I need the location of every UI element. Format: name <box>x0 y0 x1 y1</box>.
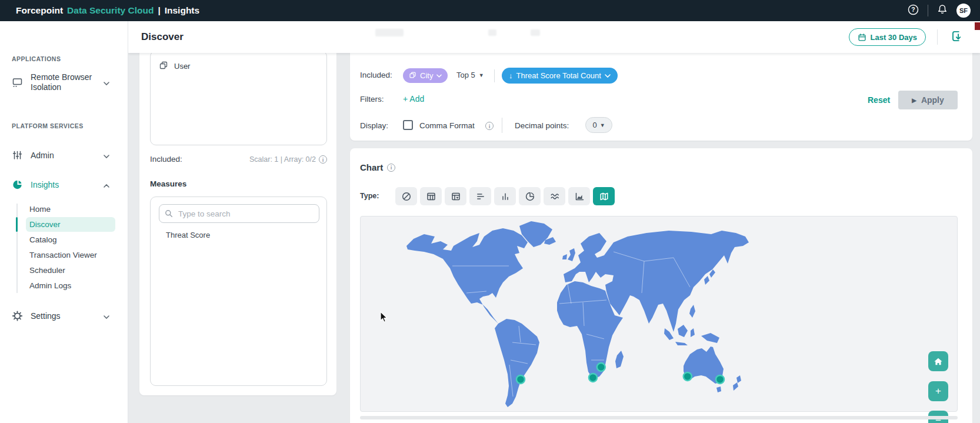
download-icon[interactable] <box>949 29 965 45</box>
subitem-label: Home <box>29 205 51 214</box>
svg-text:?: ? <box>911 6 915 13</box>
copy-squares-icon <box>159 61 168 72</box>
measures-search <box>159 204 319 223</box>
search-icon <box>164 209 174 218</box>
subitem-label: Scheduler <box>29 266 65 275</box>
chart-type-label: Type: <box>360 192 379 200</box>
search-input[interactable] <box>159 204 319 223</box>
comma-format-label: Comma Format <box>419 121 475 130</box>
included-label: Included: <box>150 155 182 164</box>
south-america <box>495 319 539 407</box>
topbar: Forcepoint Data Security Cloud | Insight… <box>0 0 980 21</box>
apply-label: Apply <box>921 95 944 105</box>
sidebar-item-catalog[interactable]: Catalog <box>26 232 115 247</box>
sidebar-item-admin-logs[interactable]: Admin Logs <box>26 278 115 293</box>
info-icon[interactable]: i <box>387 164 395 172</box>
sidebar-item-settings[interactable]: Settings <box>0 305 128 327</box>
sidebar-item-transaction-viewer[interactable]: Transaction Viewer <box>26 248 115 262</box>
world-map-chart[interactable] <box>360 216 958 412</box>
browser-window-icon <box>12 77 23 88</box>
chip-label: Threat Score Total Count <box>516 71 601 80</box>
new-zealand-south <box>733 382 738 391</box>
info-icon[interactable]: i <box>485 122 494 130</box>
map-home-button[interactable] <box>928 351 948 371</box>
chevron-up-icon <box>104 179 109 190</box>
dimension-chip-city[interactable]: City <box>403 68 448 83</box>
measure-item-threat-score[interactable]: Threat Score <box>166 231 210 239</box>
united-kingdom <box>568 248 575 261</box>
sidebar-item-remote-browser-isolation[interactable]: Remote Browser Isolation <box>0 67 128 98</box>
philippines <box>689 305 695 318</box>
chart-type-area-button[interactable] <box>568 187 590 205</box>
brand-separator: | <box>158 5 160 16</box>
chart-type-table-button[interactable] <box>420 187 442 205</box>
add-filter-button[interactable]: + Add <box>403 94 424 104</box>
map-marker[interactable] <box>597 363 605 371</box>
map-marker[interactable] <box>589 374 597 382</box>
dimension-label: User <box>174 62 190 71</box>
chart-type-pie-button[interactable] <box>519 187 541 205</box>
reset-button[interactable]: Reset <box>868 95 890 105</box>
chart-type-map-button[interactable] <box>593 187 615 205</box>
sidebar-item-discover[interactable]: Discover <box>26 217 115 232</box>
sidebar-item-insights[interactable]: Insights <box>0 174 128 195</box>
north-america <box>406 228 528 324</box>
display-label: Display: <box>360 121 388 130</box>
filters-label: Filters: <box>360 95 384 104</box>
decimal-points-dropdown[interactable]: 0 ▼ <box>585 117 612 133</box>
divider <box>502 118 502 133</box>
brand-name: Forcepoint <box>16 5 63 16</box>
measures-box: Threat Score <box>150 196 327 386</box>
chip-label: City <box>420 71 433 80</box>
help-icon[interactable]: ? <box>907 4 919 18</box>
topbar-divider <box>928 5 928 16</box>
sort-chip-threat-score-total-count[interactable]: ↓ Threat Score Total Count <box>502 68 618 84</box>
date-range-button[interactable]: Last 30 Days <box>849 28 926 46</box>
map-marker[interactable] <box>716 375 724 384</box>
sidebar-item-scheduler[interactable]: Scheduler <box>26 263 115 278</box>
ghost-content <box>375 29 404 36</box>
dimensions-box: User <box>150 51 327 145</box>
info-icon[interactable]: i <box>319 155 327 164</box>
horizontal-scrollbar[interactable] <box>360 416 958 419</box>
sidebar-item-label: Remote Browser Isolation <box>31 72 96 92</box>
gear-icon <box>12 311 23 322</box>
tasmania <box>716 387 721 392</box>
map-marker[interactable] <box>684 372 692 381</box>
dimension-item-user[interactable]: User <box>159 61 190 72</box>
top-n-label: Top 5 <box>456 71 475 79</box>
chart-type-bar-horizontal-button[interactable] <box>469 187 491 205</box>
chart-type-pivot-table-button[interactable] <box>445 187 466 205</box>
borneo <box>678 325 688 337</box>
top-n-dropdown[interactable]: Top 5 ▼ <box>456 71 484 79</box>
chevron-down-icon <box>104 77 109 88</box>
world-map-svg <box>397 217 750 412</box>
included-label: Included: <box>360 71 392 79</box>
map-marker[interactable] <box>516 375 525 384</box>
chart-type-none-button[interactable] <box>395 187 417 205</box>
subitem-label: Transaction Viewer <box>29 251 97 259</box>
sidebar-item-admin[interactable]: Admin <box>0 145 128 166</box>
chart-type-toolbar <box>395 187 615 205</box>
apply-button[interactable]: ▶ Apply <box>898 91 958 109</box>
comma-format-checkbox[interactable] <box>403 120 413 130</box>
map-zoom-in-button[interactable]: + <box>928 381 948 401</box>
avatar[interactable]: SF <box>956 4 971 18</box>
decimal-value: 0 <box>592 121 596 129</box>
continents <box>406 221 749 407</box>
bell-icon[interactable] <box>936 4 948 18</box>
sidebar-item-home[interactable]: Home <box>26 202 115 217</box>
app-window: Forcepoint Data Security Cloud | Insight… <box>0 0 980 423</box>
sort-direction-icon: ↓ <box>509 71 513 80</box>
sliders-icon <box>12 150 23 161</box>
brand-logo: Forcepoint Data Security Cloud | Insight… <box>9 5 199 16</box>
chevron-down-icon <box>104 150 109 161</box>
java <box>675 342 688 345</box>
chart-type-bar-vertical-button[interactable] <box>494 187 516 205</box>
chart-type-line-button[interactable] <box>544 187 565 205</box>
madagascar <box>615 351 624 368</box>
chevron-down-icon <box>104 311 109 321</box>
subitem-label: Admin Logs <box>29 281 71 290</box>
sulawesi <box>691 328 695 337</box>
japan-south <box>704 276 709 285</box>
